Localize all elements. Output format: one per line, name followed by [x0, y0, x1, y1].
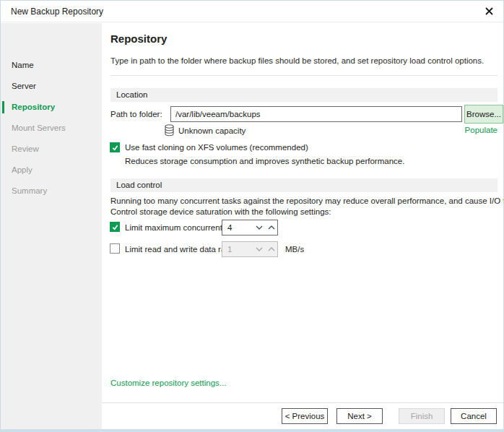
sidebar-item-apply[interactable]: Apply — [1, 160, 102, 181]
page-title: Repository — [110, 33, 167, 45]
fast-clone-checkbox[interactable] — [110, 142, 120, 152]
tasks-spinner-up-icon[interactable] — [265, 225, 277, 230]
sidebar-item-name[interactable]: Name — [1, 55, 102, 76]
path-to-folder-label: Path to folder: — [110, 110, 162, 118]
window-title: New Backup Repository — [11, 7, 103, 17]
load-control-description-line1: Running too many concurrent tasks agains… — [110, 196, 504, 205]
sidebar-item-mount-servers[interactable]: Mount Servers — [1, 118, 102, 139]
capacity-status-text: Unknown capacity — [178, 126, 246, 135]
limit-rate-checkbox[interactable] — [110, 243, 120, 254]
rate-unit-label: MB/s — [285, 245, 304, 254]
limit-tasks-checkbox[interactable] — [110, 222, 120, 232]
populate-link[interactable]: Populate — [465, 126, 498, 134]
title-bar: New Backup Repository — [1, 1, 503, 22]
footer-divider — [102, 402, 503, 403]
rate-spinner-up-icon — [265, 247, 277, 251]
new-backup-repository-dialog: New Backup Repository Name Server Reposi… — [0, 0, 504, 432]
location-section-header: Location — [110, 88, 498, 102]
browse-button[interactable]: Browse... — [464, 105, 503, 124]
wizard-steps-sidebar: Name Server Repository Mount Servers Rev… — [1, 23, 102, 429]
load-control-section-header: Load control — [110, 178, 498, 192]
close-icon[interactable] — [485, 7, 493, 15]
load-control-description-line2: Control storage device saturation with t… — [110, 207, 331, 216]
customize-repository-settings-link[interactable]: Customize repository settings... — [110, 379, 226, 387]
capacity-database-icon — [165, 124, 174, 139]
rate-spinner-down-icon — [253, 247, 265, 251]
sidebar-item-review[interactable]: Review — [1, 139, 102, 160]
sidebar-item-summary[interactable]: Summary — [1, 181, 102, 202]
path-to-folder-input[interactable] — [170, 106, 462, 122]
tasks-spinner: 4 — [222, 220, 278, 236]
rate-spinner-value: 1 — [222, 245, 253, 254]
finish-button: Finish — [399, 408, 445, 424]
rate-spinner: 1 — [222, 241, 278, 257]
tasks-spinner-down-icon[interactable] — [253, 225, 265, 230]
header-divider — [110, 75, 498, 76]
fast-clone-description: Reduces storage consumption and improves… — [125, 157, 404, 165]
page-subtitle: Type in path to the folder where backup … — [110, 56, 484, 65]
cancel-button[interactable]: Cancel — [451, 408, 497, 424]
fast-clone-label[interactable]: Use fast cloning on XFS volumes (recomme… — [125, 143, 308, 152]
previous-button[interactable]: < Previous — [282, 408, 328, 424]
sidebar-item-repository[interactable]: Repository — [1, 97, 102, 118]
sidebar-item-server[interactable]: Server — [1, 76, 102, 97]
tasks-spinner-value[interactable]: 4 — [222, 223, 253, 232]
next-button[interactable]: Next > — [336, 408, 383, 424]
